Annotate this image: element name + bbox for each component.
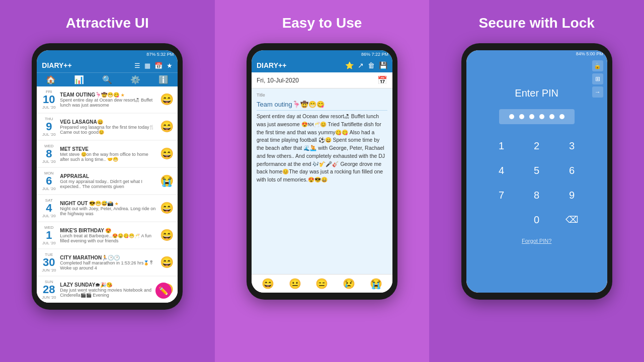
- date-badge-1: THU 9 JUL '20: [41, 117, 57, 137]
- nav-chart-icon[interactable]: 📊: [74, 75, 84, 84]
- lock-icon[interactable]: 🔒: [592, 60, 603, 71]
- middle-phone: 86% 7:22 PM DIARY++ ⭐ ↗ 🗑 💾 Fri, 10-Jul-…: [247, 43, 397, 300]
- left-panel-title: Attractive UI: [66, 15, 149, 31]
- entry-emoji-5: 😄: [160, 229, 174, 242]
- entry-emoji-0: 😄: [160, 93, 174, 106]
- date-badge-7: SUN 28 JUN '20: [41, 280, 57, 300]
- diary-list: FRI 10 JUL '20 TEAM OUTING🦩🤠😁😋 ★ Spent e…: [37, 86, 178, 303]
- emoji-bar: 😄 😐 😑 😢 😭: [252, 274, 392, 293]
- pin-dot-1: [509, 114, 514, 119]
- middle-app-bar: DIARY++ ⭐ ↗ 🗑 💾: [252, 58, 392, 72]
- pin-key-5[interactable]: 5: [522, 161, 552, 180]
- nav-info-icon[interactable]: ℹ️: [158, 75, 169, 84]
- calendar-icon[interactable]: 📅: [154, 62, 163, 69]
- date-badge-6: TUE 30 JUN '20: [41, 252, 57, 273]
- diary-entry-3[interactable]: MON 6 JUL '20 APPRAISAL Got my appraisal…: [37, 168, 178, 194]
- emoji-cry[interactable]: 😭: [370, 278, 382, 290]
- entry-emoji-2: 😄: [160, 147, 174, 160]
- middle-app-title: DIARY++: [257, 61, 286, 69]
- left-panel: Attractive UI 87% 5:32 PM DIARY++ ☰ ▦ 📅 …: [0, 0, 215, 362]
- pin-key-8[interactable]: 8: [522, 186, 552, 205]
- nav-search-icon[interactable]: 🔍: [102, 75, 112, 84]
- hamburger-icon[interactable]: ☰: [134, 62, 140, 69]
- pin-key-2[interactable]: 2: [522, 136, 552, 156]
- star-icon[interactable]: ★: [167, 62, 173, 69]
- pin-dot-5: [549, 114, 554, 119]
- emoji-meh[interactable]: 😑: [315, 278, 328, 290]
- diary-entry-4[interactable]: SAT 4 JUL '20 NIGHT OUT 😎😁😅📸 ★ Night out…: [37, 195, 178, 221]
- left-status-bar: 87% 5:32 PM: [37, 50, 178, 58]
- entry-content-1: VEG LASAGNA😀 Prepared veg lasagna for th…: [60, 119, 157, 135]
- pin-screen: 84% 5:00 PM 🔒 ⊞ → Enter PIN: [466, 50, 607, 293]
- right-status-bar: 84% 5:00 PM: [466, 50, 607, 57]
- diary-entry-6[interactable]: TUE 30 JUN '20 CITY MARATHON🏃🕑🕐 Complete…: [37, 249, 178, 276]
- middle-share-icon[interactable]: ↗: [358, 61, 364, 69]
- right-phone-screen: 84% 5:00 PM 🔒 ⊞ → Enter PIN: [466, 50, 607, 293]
- nav-settings-icon[interactable]: ⚙️: [130, 75, 140, 84]
- middle-star-icon[interactable]: ⭐: [345, 61, 354, 69]
- middle-panel-title: Easy to Use: [282, 15, 362, 31]
- chart-icon[interactable]: ▦: [144, 62, 150, 69]
- right-panel-title: Secure with Lock: [479, 15, 595, 31]
- emoji-happy[interactable]: 😄: [262, 278, 274, 290]
- nav-home-icon[interactable]: 🏠: [46, 75, 56, 84]
- left-app-title: DIARY++: [42, 61, 71, 69]
- date-badge-2: WED 8 JUL '20: [41, 144, 57, 164]
- middle-save-icon[interactable]: 💾: [379, 61, 387, 69]
- diary-entry-2[interactable]: WED 8 JUL '20 MET STEVE Met steve 😊on th…: [37, 141, 178, 167]
- pin-dot-3: [529, 114, 534, 119]
- entry-content-5: MIKE'S BIRTHDAY 😍 Lunch treat at Barbequ…: [60, 228, 157, 243]
- diary-entry-0[interactable]: FRI 10 JUL '20 TEAM OUTING🦩🤠😁😋 ★ Spent e…: [37, 86, 178, 113]
- pin-key-9[interactable]: 9: [557, 186, 587, 205]
- pin-side-icons: 🔒 ⊞ →: [592, 60, 603, 98]
- middle-status-text: 86% 7:22 PM: [361, 52, 388, 57]
- entry-title-field[interactable]: Team outing🦩🤠😁😋: [257, 101, 387, 111]
- pin-key-7[interactable]: 7: [487, 186, 517, 205]
- entry-emoji-1: 😄: [160, 120, 174, 133]
- right-panel: Secure with Lock 84% 5:00 PM 🔒 ⊞ → Enter…: [429, 0, 644, 362]
- date-badge-5: WED 1 JUL '20: [41, 225, 57, 245]
- emoji-sad[interactable]: 😢: [343, 278, 355, 290]
- entry-content-6: CITY MARATHON🏃🕑🕐 Completed half mararath…: [60, 255, 157, 270]
- pin-key-3[interactable]: 3: [557, 136, 587, 156]
- left-phone: 87% 5:32 PM DIARY++ ☰ ▦ 📅 ★ 🏠 📊 🔍 ⚙️ ℹ️: [32, 43, 183, 310]
- pin-dot-6: [559, 114, 565, 119]
- left-status-text: 87% 5:32 PM: [146, 52, 174, 57]
- pin-key-4[interactable]: 4: [487, 161, 517, 180]
- entry-content-2: MET STEVE Met steve 😊on the way from off…: [60, 146, 157, 162]
- date-badge-4: SAT 4 JUL '20: [41, 198, 57, 218]
- date-badge-0: FRI 10 JUL '20: [41, 89, 57, 110]
- entry-date: Fri, 10-Jul-2020: [257, 77, 299, 84]
- right-status-text: 84% 5:00 PM: [576, 51, 603, 56]
- diary-entry-1[interactable]: THU 9 JUL '20 VEG LASAGNA😀 Prepared veg …: [37, 114, 178, 140]
- date-calendar-icon[interactable]: 📅: [377, 75, 387, 85]
- entry-content-0: TEAM OUTING🦩🤠😁😋 ★ Spent entire day at Oc…: [60, 92, 157, 108]
- pin-key-6[interactable]: 6: [557, 161, 587, 180]
- middle-delete-icon[interactable]: 🗑: [368, 61, 375, 69]
- entry-text[interactable]: Spent entire day at Ocean dew resort🏖 Bu…: [257, 113, 387, 270]
- entry-emoji-4: 😄: [160, 202, 174, 215]
- middle-app-icons: ⭐ ↗ 🗑 💾: [345, 61, 387, 69]
- diary-entry-5[interactable]: WED 1 JUL '20 MIKE'S BIRTHDAY 😍 Lunch tr…: [37, 222, 178, 248]
- pin-key-0[interactable]: 0: [522, 210, 552, 230]
- entry-content-7: LAZY SUNDAY🌧🎉😘 Day just went watching mo…: [60, 282, 157, 298]
- middle-phone-screen: 86% 7:22 PM DIARY++ ⭐ ↗ 🗑 💾 Fri, 10-Jul-…: [252, 50, 392, 293]
- emoji-neutral[interactable]: 😐: [289, 278, 301, 290]
- pin-dot-4: [539, 114, 544, 119]
- entry-emoji-6: 😄: [160, 256, 174, 269]
- left-nav: 🏠 📊 🔍 ⚙️ ℹ️: [37, 72, 178, 86]
- forgot-pin-link[interactable]: Forgot PIN?: [522, 238, 551, 244]
- date-badge-3: MON 6 JUL '20: [41, 171, 57, 191]
- left-phone-screen: 87% 5:32 PM DIARY++ ☰ ▦ 📅 ★ 🏠 📊 🔍 ⚙️ ℹ️: [37, 50, 178, 303]
- pin-backspace-button[interactable]: ⌫: [557, 210, 587, 230]
- entry-date-bar: Fri, 10-Jul-2020 📅: [252, 72, 392, 88]
- pin-grid: 1 2 3 4 5 6 7 8 9 0 ⌫: [476, 136, 597, 230]
- middle-panel: Easy to Use 86% 7:22 PM DIARY++ ⭐ ↗ 🗑 💾 …: [215, 0, 430, 362]
- arrow-right-icon[interactable]: →: [592, 86, 603, 98]
- grid-icon[interactable]: ⊞: [592, 73, 603, 84]
- pin-key-1[interactable]: 1: [487, 136, 517, 156]
- title-label: Title: [257, 93, 387, 98]
- entry-body: Title Team outing🦩🤠😁😋 Spent entire day a…: [252, 88, 392, 274]
- middle-status-bar: 86% 7:22 PM: [252, 50, 392, 58]
- left-app-icons: ☰ ▦ 📅 ★: [134, 62, 173, 69]
